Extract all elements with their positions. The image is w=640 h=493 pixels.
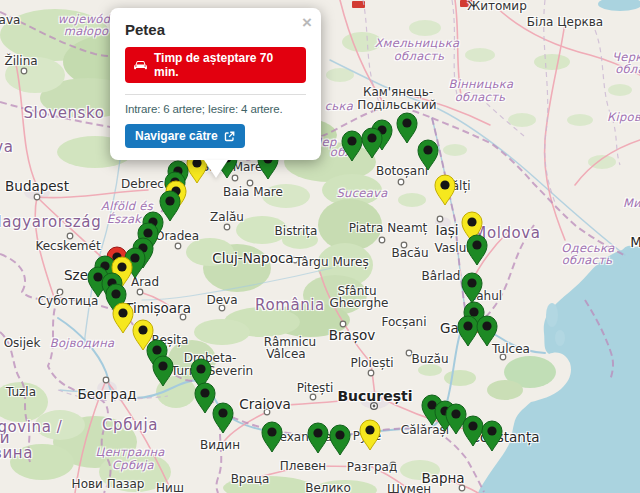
map-marker-green[interactable] [467, 235, 487, 265]
map-marker-green[interactable] [462, 273, 482, 303]
map-marker-green[interactable] [418, 140, 438, 170]
navigate-button[interactable]: Navigare către [125, 124, 245, 148]
map-marker-green[interactable] [330, 425, 350, 455]
map-marker-green[interactable] [477, 316, 497, 346]
car-icon [133, 60, 148, 71]
popup-tail [204, 160, 228, 178]
map-marker-green[interactable] [342, 131, 362, 161]
popup-title: Petea [125, 21, 306, 38]
map-marker-green[interactable] [262, 422, 282, 452]
navigate-button-label: Navigare către [135, 129, 218, 143]
map-marker-yellow[interactable] [360, 420, 380, 450]
close-icon[interactable]: × [302, 16, 312, 30]
map-viewport[interactable]: ravawojewódmałopoŽilinaSlovenskovaЖитоми… [0, 0, 640, 493]
map-marker-green[interactable] [160, 191, 180, 221]
map-marker-green[interactable] [195, 383, 215, 413]
map-marker-green[interactable] [362, 128, 382, 158]
map-marker-green[interactable] [153, 356, 173, 386]
map-marker-yellow[interactable] [113, 303, 133, 333]
map-marker-green[interactable] [397, 113, 417, 143]
wait-time-badge: Timp de așteptare 70 min. [125, 47, 306, 83]
map-marker-green[interactable] [458, 316, 478, 346]
map-marker-green[interactable] [482, 421, 502, 451]
map-marker-yellow[interactable] [435, 175, 455, 205]
map-marker-green[interactable] [463, 416, 483, 446]
map-marker-green[interactable] [213, 403, 233, 433]
popup-divider [125, 94, 306, 95]
lanes-info-text: Intrare: 6 artere; Iesire: 4 artere. [125, 103, 306, 115]
external-link-icon [224, 131, 235, 142]
wait-time-text: Timp de așteptare 70 min. [154, 51, 298, 79]
map-marker-green[interactable] [308, 423, 328, 453]
border-crossing-popup: × Petea Timp de așteptare 70 min. Intrar… [110, 8, 321, 160]
